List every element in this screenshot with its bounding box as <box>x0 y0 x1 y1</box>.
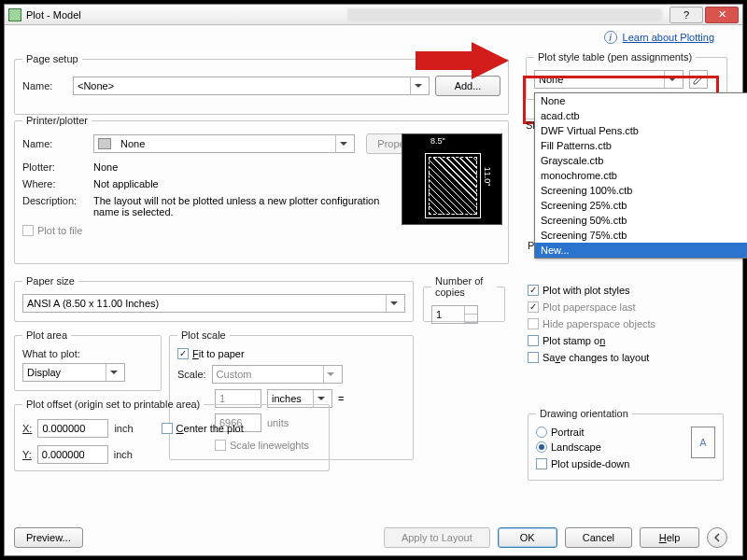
upside-check[interactable]: Plot upside-down <box>536 458 684 469</box>
edit-pst-button[interactable] <box>689 70 708 89</box>
plot-area-group: Plot area What to plot: Display <box>14 329 162 391</box>
where-label: Where: <box>22 178 88 189</box>
plot-with-styles-check[interactable]: Plot with plot styles <box>528 285 724 296</box>
chevron-down-icon <box>664 71 679 88</box>
ok-button[interactable]: OK <box>498 527 557 548</box>
paper-preview: 8.5" 11.0" <box>402 133 502 225</box>
cancel-button[interactable]: Cancel <box>565 527 632 548</box>
copies-spin[interactable]: 1 <box>431 305 478 324</box>
plot-style-table-group: Plot style table (pen assignments) None … <box>526 51 727 100</box>
pst-legend: Plot style table (pen assignments) <box>534 51 696 63</box>
y-input[interactable]: 0.000000 <box>37 445 108 464</box>
svg-marker-0 <box>416 42 509 79</box>
desc-value: The layout will not be plotted unless a … <box>93 195 383 217</box>
page-setup-name-combo[interactable]: <None> <box>73 77 430 95</box>
pst-option[interactable]: Screening 50%.ctb <box>535 213 747 228</box>
window-title: Plot - Model <box>26 9 342 21</box>
pst-dropdown-list[interactable]: Noneacad.ctbDWF Virtual Pens.ctbFill Pat… <box>534 92 747 259</box>
y-label: Y: <box>22 449 32 460</box>
pst-option[interactable]: Screening 75%.ctb <box>535 228 747 243</box>
fit-to-paper-check[interactable]: Fit to paper <box>177 348 405 359</box>
annotation-arrow <box>416 42 509 79</box>
ribbon-blur <box>347 8 663 21</box>
help-button-icon[interactable]: ? <box>669 7 703 23</box>
titlebar: Plot - Model ? ✕ <box>5 5 742 25</box>
plot-stamp-check[interactable]: Plot stamp on <box>528 335 724 346</box>
chevron-down-icon <box>386 295 401 312</box>
dialog-content: i Learn about Plotting Page setup Name: … <box>5 25 742 555</box>
y-unit: inch <box>114 449 133 460</box>
x-input[interactable]: 0.000000 <box>37 419 108 438</box>
plot-offset-group: Plot offset (origin set to printable are… <box>14 399 330 471</box>
pst-option[interactable]: Fill Patterns.ctb <box>535 138 747 153</box>
help-button[interactable]: Help <box>640 527 699 548</box>
printer-legend: Printer/plotter <box>22 115 92 126</box>
copies-legend: Number of copies <box>431 275 497 298</box>
pst-option[interactable]: Screening 25%.ctb <box>535 198 747 213</box>
chevron-down-icon <box>106 364 120 381</box>
page-setup-legend: Page setup <box>22 53 82 64</box>
plot-offset-legend: Plot offset (origin set to printable are… <box>22 399 204 410</box>
plot-scale-legend: Plot scale <box>177 329 230 341</box>
pst-option[interactable]: Screening 100%.ctb <box>535 183 747 198</box>
plot-paperspace-check: Plot paperspace last <box>528 301 724 313</box>
landscape-radio[interactable]: Landscape <box>536 441 684 453</box>
drawing-orientation-group: Drawing orientation Portrait Landscape P… <box>528 408 724 481</box>
pst-combo[interactable]: None <box>534 70 684 89</box>
printer-icon <box>98 138 111 149</box>
chevron-down-icon <box>335 135 350 152</box>
name-label: Name: <box>22 80 67 91</box>
app-icon <box>8 8 21 21</box>
scale-combo: Custom <box>212 365 343 384</box>
pst-option[interactable]: acad.ctb <box>535 108 747 123</box>
pst-option[interactable]: New... <box>535 243 747 258</box>
plotter-label: Plotter: <box>22 161 88 173</box>
hide-paperspace-check: Hide paperspace objects <box>528 318 724 329</box>
center-plot-check[interactable]: Center the plot <box>162 423 244 434</box>
chevron-down-icon <box>323 366 338 383</box>
plot-area-legend: Plot area <box>22 329 71 341</box>
desc-label: Description: <box>22 195 88 206</box>
printer-name-combo[interactable]: None <box>93 134 355 153</box>
close-button[interactable]: ✕ <box>705 7 739 23</box>
paper-size-legend: Paper size <box>22 275 78 287</box>
paper-size-group: Paper size ANSI A (8.50 x 11.00 Inches) <box>14 275 414 322</box>
expand-button[interactable] <box>707 527 727 548</box>
where-value: Not applicable <box>93 178 159 189</box>
page-setup-name-value: <None> <box>78 80 114 91</box>
draworient-legend: Drawing orientation <box>536 408 632 419</box>
pst-option[interactable]: DWF Virtual Pens.ctb <box>535 123 747 138</box>
x-label: X: <box>22 423 32 434</box>
button-row: Preview... Apply to Layout OK Cancel Hel… <box>14 527 727 548</box>
chevron-down-icon <box>410 77 425 94</box>
printer-name-label: Name: <box>22 138 88 149</box>
pst-option[interactable]: Grayscale.ctb <box>535 153 747 168</box>
copies-group: Number of copies 1 <box>423 275 505 322</box>
save-changes-check[interactable]: Save changes to layout <box>528 352 724 363</box>
preview-button[interactable]: Preview... <box>14 527 83 548</box>
plot-to-file-check: Plot to file <box>22 225 500 236</box>
pst-option[interactable]: monochrome.ctb <box>535 168 747 183</box>
what-to-plot-label: What to plot: <box>22 348 153 359</box>
scale-label: Scale: <box>177 369 206 380</box>
portrait-radio[interactable]: Portrait <box>536 427 684 438</box>
what-to-plot-combo[interactable]: Display <box>22 363 125 382</box>
orientation-icon: A <box>691 427 715 458</box>
x-unit: inch <box>114 423 133 434</box>
printer-group: Printer/plotter Name: None Properties...… <box>14 115 509 264</box>
learn-link[interactable]: Learn about Plotting <box>623 32 714 43</box>
plotter-value: None <box>93 161 118 173</box>
equals-label: = <box>338 393 344 404</box>
info-icon: i <box>604 31 617 44</box>
pst-option[interactable]: None <box>535 93 747 108</box>
apply-to-layout-button[interactable]: Apply to Layout <box>384 527 490 548</box>
plot-dialog: Plot - Model ? ✕ i Learn about Plotting … <box>4 4 743 556</box>
paper-size-combo[interactable]: ANSI A (8.50 x 11.00 Inches) <box>22 294 405 313</box>
